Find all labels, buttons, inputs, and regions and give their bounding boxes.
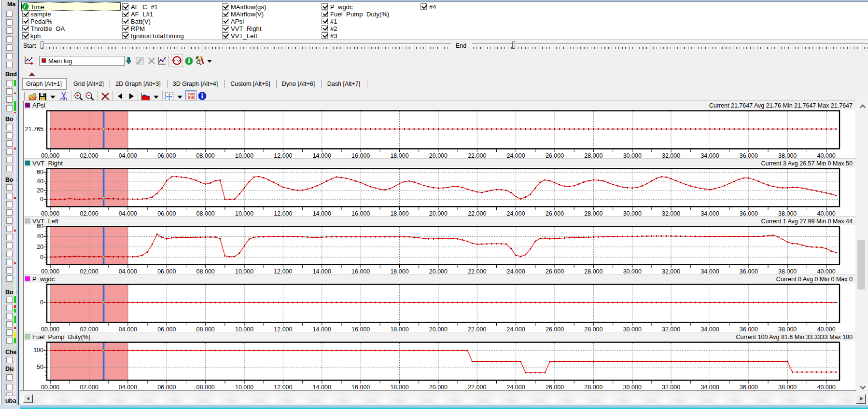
svg-text:04.000: 04.000 [119,152,137,159]
svg-text:18.000: 18.000 [390,152,408,159]
svg-text:38.000: 38.000 [778,384,797,391]
svg-text:0: 0 [40,299,43,306]
svg-text:32.000: 32.000 [662,210,680,217]
svg-text:Current 0 Avg 0 Min 0 Max 0: Current 0 Avg 0 Min 0 Max 0 [776,276,853,283]
svg-text:10.000: 10.000 [235,152,253,159]
svg-text:22.000: 22.000 [468,210,486,217]
svg-text:24.000: 24.000 [506,210,525,217]
svg-text:06.000: 06.000 [157,384,176,391]
svg-text:16.000: 16.000 [351,210,370,217]
svg-text:0: 0 [40,196,43,203]
svg-text:32.000: 32.000 [662,326,680,333]
svg-text:21.765: 21.765 [25,126,43,133]
svg-text:08.000: 08.000 [196,326,215,333]
svg-text:10.000: 10.000 [235,268,253,275]
svg-text:06.000: 06.000 [157,326,176,333]
svg-text:00.000: 00.000 [41,152,59,159]
svg-text:20.000: 20.000 [429,384,448,391]
svg-text:12.000: 12.000 [274,210,292,217]
svg-text:04.000: 04.000 [119,326,137,333]
svg-text:16.000: 16.000 [351,152,370,159]
svg-text:02.000: 02.000 [80,268,98,275]
svg-text:14.000: 14.000 [313,326,331,333]
svg-text:38.000: 38.000 [778,152,797,159]
svg-text:Current 21.7647 Avg 21.76 Min: Current 21.7647 Avg 21.76 Min 21.7647 Ma… [709,102,853,109]
svg-text:16.000: 16.000 [351,326,370,333]
svg-text:36.000: 36.000 [740,326,758,333]
svg-text:18.000: 18.000 [390,268,408,275]
svg-text:24.000: 24.000 [506,384,525,391]
svg-text:32.000: 32.000 [662,268,680,275]
svg-text:28.000: 28.000 [584,326,602,333]
svg-text:12.000: 12.000 [274,152,292,159]
svg-text:04.000: 04.000 [119,384,137,391]
svg-text:08.000: 08.000 [196,152,215,159]
svg-text:36.000: 36.000 [740,152,758,159]
svg-text:00.000: 00.000 [41,268,59,275]
svg-text:08.000: 08.000 [196,210,215,217]
svg-text:14.000: 14.000 [313,210,331,217]
svg-text:34.000: 34.000 [700,326,719,333]
svg-text:20: 20 [37,187,43,194]
svg-text:20: 20 [37,244,43,250]
svg-text:02.000: 02.000 [80,326,98,333]
svg-text:00.000: 00.000 [41,326,59,333]
svg-text:50: 50 [37,364,43,370]
svg-text:12.000: 12.000 [274,268,292,275]
svg-text:24.000: 24.000 [506,326,525,333]
svg-text:VVT Right: VVT Right [32,160,63,167]
svg-text:04.000: 04.000 [119,268,137,275]
svg-text:36.000: 36.000 [740,210,758,217]
svg-text:00.000: 00.000 [41,210,59,217]
svg-text:38.000: 38.000 [778,210,797,217]
svg-text:24.000: 24.000 [506,152,525,159]
svg-text:100: 100 [33,347,43,354]
svg-text:10.000: 10.000 [235,210,253,217]
svg-text:0: 0 [40,254,43,260]
svg-text:02.000: 02.000 [80,384,98,391]
svg-text:02.000: 02.000 [80,210,98,217]
svg-text:40: 40 [37,233,43,240]
svg-text:18.000: 18.000 [390,326,408,333]
svg-text:40.000: 40.000 [817,384,835,391]
svg-text:38.000: 38.000 [778,326,797,333]
svg-text:28.000: 28.000 [584,152,602,159]
svg-text:36.000: 36.000 [740,384,758,391]
svg-text:10.000: 10.000 [235,326,253,333]
svg-text:08.000: 08.000 [196,384,215,391]
svg-text:18.000: 18.000 [390,210,408,217]
svg-text:28.000: 28.000 [584,268,602,275]
svg-text:18.000: 18.000 [390,384,408,391]
svg-text:08.000: 08.000 [196,268,215,275]
svg-text:34.000: 34.000 [700,268,719,275]
svg-text:02.000: 02.000 [80,152,98,159]
svg-text:34.000: 34.000 [700,384,719,391]
svg-text:26.000: 26.000 [546,384,564,391]
svg-text:26.000: 26.000 [546,210,564,217]
svg-text:12.000: 12.000 [274,384,292,391]
svg-text:20.000: 20.000 [429,152,448,159]
svg-text:10.000: 10.000 [235,384,253,391]
svg-text:00.000: 00.000 [41,384,59,391]
svg-text:30.000: 30.000 [623,210,642,217]
svg-text:40.000: 40.000 [817,210,835,217]
svg-text:40: 40 [37,178,43,185]
svg-text:APsi: APsi [32,102,45,109]
svg-text:22.000: 22.000 [468,384,486,391]
svg-text:34.000: 34.000 [700,152,719,159]
svg-text:20.000: 20.000 [429,210,448,217]
svg-text:06.000: 06.000 [157,210,176,217]
svg-text:36.000: 36.000 [740,268,758,275]
svg-text:40.000: 40.000 [817,268,835,275]
svg-text:20.000: 20.000 [429,326,448,333]
svg-text:32.000: 32.000 [662,384,680,391]
svg-text:Current 100 Avg 81.6 Min 33.33: Current 100 Avg 81.6 Min 33.3333 Max 100 [736,334,853,341]
svg-text:14.000: 14.000 [313,152,331,159]
svg-text:Current 3 Avg 26.57 Min 0 Max: Current 3 Avg 26.57 Min 0 Max 50 [761,160,853,167]
svg-text:06.000: 06.000 [157,268,176,275]
svg-text:12.000: 12.000 [274,326,292,333]
svg-text:28.000: 28.000 [584,384,602,391]
svg-text:60: 60 [37,223,43,230]
svg-text:30.000: 30.000 [623,326,642,333]
svg-text:20.000: 20.000 [429,268,448,275]
